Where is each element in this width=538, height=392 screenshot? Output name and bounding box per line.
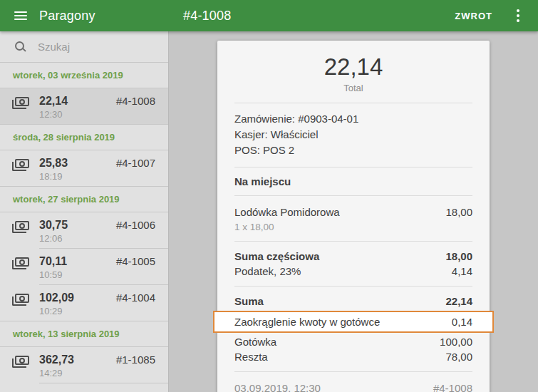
page-title: Paragony: [39, 9, 95, 24]
receipt-amount: 22,14: [39, 94, 68, 108]
pos-line: POS: POS 2: [234, 143, 472, 158]
receipt-list-item[interactable]: 22,14 12:30 #4-1008: [0, 88, 168, 125]
cash-icon: [12, 159, 29, 171]
receipt-footer: 03.09.2019, 12:30 #4-1008: [234, 371, 472, 392]
pos-receipts-app: Paragony #4-1008 ZWROT wtorek, 03 wrześn…: [0, 0, 538, 392]
tax-value: 4,14: [452, 264, 472, 279]
line-items-block: Lodówka Pomidorowa 18,00 1 x 18,00: [234, 195, 472, 241]
receipt-time: 14:29: [39, 367, 74, 380]
more-options-icon[interactable]: [509, 6, 527, 26]
receipt-ref: #1-1085: [116, 353, 155, 366]
cash-icon: [12, 356, 29, 368]
menu-icon[interactable]: [14, 11, 27, 20]
receipt-time: 10:59: [39, 269, 67, 282]
receipt-info-block: Zamówienie: #0903-04-01 Kasjer: Właścici…: [234, 103, 472, 167]
cashier-line: Kasjer: Właściciel: [234, 127, 472, 143]
change-label: Reszta: [234, 349, 268, 364]
receipt-card: 22,14 Total Zamówienie: #0903-04-01 Kasj…: [217, 41, 490, 392]
cash-icon: [12, 257, 29, 269]
dining-option: Na miejscu: [234, 167, 472, 195]
receipt-ref: #4-1008: [116, 94, 155, 108]
receipt-total-amount: 22,14: [234, 53, 472, 81]
receipt-time: 12:06: [39, 232, 68, 245]
date-header: wtorek, 03 września 2019: [0, 63, 168, 88]
receipt-amount: 102,09: [39, 291, 74, 304]
receipt-number-title: #4-1008: [183, 9, 231, 24]
receipt-ref: #4-1006: [116, 218, 155, 232]
cash-icon: [12, 294, 29, 306]
tax-label: Podatek, 23%: [234, 264, 301, 279]
item-quantity: 1 x 18,00: [234, 220, 472, 234]
refund-button[interactable]: ZWROT: [448, 5, 500, 27]
subtotal-label: Suma częściowa: [234, 249, 319, 264]
receipt-time: 18:19: [39, 170, 68, 183]
receipt-list-item[interactable]: 102,09 10:29 #4-1004: [0, 285, 168, 321]
date-header: środa, 28 sierpnia 2019: [0, 125, 168, 150]
app-bar-main: #4-1008 ZWROT: [169, 0, 538, 31]
cash-rounding-highlight-row: Zaokrąglenie kwoty w gotówce 0,14: [213, 311, 494, 333]
subtotal-value: 18,00: [445, 249, 472, 264]
change-value: 78,00: [445, 349, 472, 364]
cash-value: 100,00: [440, 334, 472, 349]
receipt-amount: 25,83: [39, 156, 68, 170]
receipts-sidebar: wtorek, 03 września 2019 22,14 12:30 #4-…: [0, 31, 169, 392]
receipt-time: 12:30: [39, 108, 68, 121]
receipt-total-label: Total: [234, 83, 472, 93]
date-header: wtorek, 27 sierpnia 2019: [0, 187, 168, 212]
search-icon: [15, 41, 26, 52]
search-bar: [0, 31, 168, 63]
item-name: Lodówka Pomidorowa: [234, 205, 340, 220]
receipt-ref: #4-1005: [116, 254, 155, 268]
receipt-amount: 30,75: [39, 218, 68, 232]
item-price: 18,00: [445, 205, 472, 220]
receipt-ref: #4-1004: [116, 291, 155, 304]
cash-icon: [12, 221, 29, 233]
subtotal-block: Suma częściowa 18,00 Podatek, 23% 4,14: [234, 241, 472, 286]
receipt-datetime: 03.09.2019, 12:30: [234, 381, 321, 392]
rounding-value: 0,14: [452, 314, 472, 329]
receipt-detail-panel: 22,14 Total Zamówienie: #0903-04-01 Kasj…: [169, 31, 538, 392]
totals-block: Suma 22,14 Zaokrąglenie kwoty w gotówce …: [234, 286, 472, 371]
receipt-footer-ref: #4-1008: [433, 381, 472, 392]
receipt-list-item[interactable]: 362,73 14:29 #1-1085: [0, 347, 168, 383]
receipt-total-block: 22,14 Total: [234, 41, 472, 103]
receipt-list-item[interactable]: 30,75 12:06 #4-1006: [0, 212, 168, 249]
receipt-time: 10:29: [39, 305, 74, 318]
receipt-amount: 70,11: [39, 254, 67, 268]
date-header: wtorek, 13 sierpnia 2019: [0, 321, 168, 347]
receipt-list-item[interactable]: 70,11 10:59 #4-1005: [0, 249, 168, 285]
receipt-amount: 362,73: [39, 353, 74, 366]
sum-label: Suma: [234, 294, 264, 309]
receipt-list-item[interactable]: 25,83 18:19 #4-1007: [0, 150, 168, 187]
cash-label: Gotówka: [234, 334, 276, 349]
rounding-label: Zaokrąglenie kwoty w gotówce: [234, 314, 380, 329]
app-bar-left: Paragony: [0, 0, 169, 31]
sum-value: 22,14: [445, 294, 472, 309]
app-bar: Paragony #4-1008 ZWROT: [0, 0, 538, 31]
order-number-line: Zamówienie: #0903-04-01: [234, 111, 472, 127]
search-input[interactable]: [38, 41, 169, 53]
receipt-ref: #4-1007: [116, 156, 155, 170]
cash-icon: [12, 97, 29, 109]
